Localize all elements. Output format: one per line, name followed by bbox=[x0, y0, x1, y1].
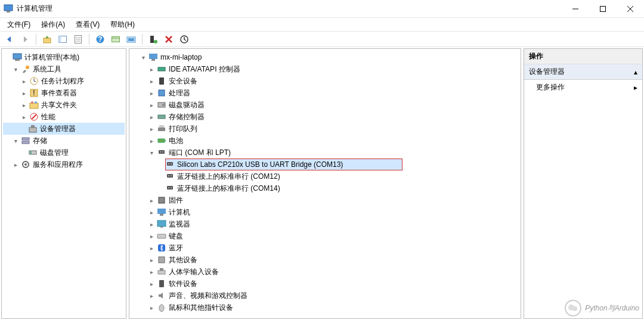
chevron-right-icon[interactable]: ▸ bbox=[147, 279, 156, 288]
tree-device-manager[interactable]: 设备管理器 bbox=[3, 123, 125, 135]
menu-file[interactable]: 文件(F) bbox=[2, 18, 35, 31]
chevron-down-icon[interactable]: ▾ bbox=[139, 53, 147, 61]
chevron-right-icon[interactable]: ▸ bbox=[147, 125, 156, 133]
enable-device-button[interactable] bbox=[146, 33, 160, 46]
chevron-down-icon[interactable]: ▾ bbox=[11, 65, 20, 73]
port-icon bbox=[165, 172, 175, 181]
chevron-right-icon[interactable]: ▸ bbox=[147, 268, 156, 276]
minimize-button[interactable] bbox=[562, 0, 589, 18]
svg-point-63 bbox=[171, 175, 172, 176]
menu-view[interactable]: 查看(V) bbox=[71, 18, 104, 31]
device-root[interactable]: ▾ mx-mi-laptop bbox=[131, 51, 519, 63]
chevron-right-icon[interactable]: ▸ bbox=[147, 303, 156, 312]
svg-rect-19 bbox=[150, 36, 154, 43]
maximize-button[interactable] bbox=[589, 0, 617, 18]
device-ide[interactable]: ▸IDE ATA/ATAPI 控制器 bbox=[131, 63, 519, 75]
tree-services-apps[interactable]: ▸ 服务和应用程序 bbox=[3, 159, 125, 170]
actions-more[interactable]: 更多操作 ▸ bbox=[524, 80, 642, 95]
device-bluetooth[interactable]: ▸蓝牙 bbox=[131, 242, 519, 254]
chevron-right-icon[interactable]: ▸ bbox=[147, 232, 156, 240]
menu-help[interactable]: 帮助(H) bbox=[106, 18, 140, 31]
device-firmware[interactable]: ▸固件 bbox=[131, 194, 519, 206]
tree-root[interactable]: 计算机管理(本地) bbox=[3, 51, 125, 63]
chevron-down-icon[interactable]: ▾ bbox=[11, 136, 20, 145]
svg-rect-44 bbox=[151, 59, 155, 61]
chevron-right-icon[interactable]: ▸ bbox=[147, 196, 156, 204]
device-security[interactable]: ▸安全设备 bbox=[131, 75, 519, 87]
actions-section-label: 设备管理器 bbox=[529, 67, 565, 77]
tree-performance[interactable]: ▸ 性能 bbox=[3, 111, 125, 123]
svg-rect-38 bbox=[22, 141, 29, 144]
chevron-right-icon[interactable]: ▸ bbox=[147, 101, 156, 109]
device-keyboards[interactable]: ▸键盘 bbox=[131, 230, 519, 242]
device-mgr-icon bbox=[28, 124, 38, 133]
actions-pane: 操作 设备管理器 ▴ 更多操作 ▸ bbox=[524, 48, 643, 319]
device-mice[interactable]: ▸鼠标和其他指针设备 bbox=[131, 302, 519, 313]
chevron-right-icon[interactable]: ▸ bbox=[147, 220, 156, 228]
svg-rect-64 bbox=[167, 186, 173, 189]
chevron-right-icon[interactable]: ▸ bbox=[11, 160, 20, 169]
collapse-icon[interactable]: ▴ bbox=[634, 68, 637, 76]
device-ports[interactable]: ▾端口 (COM 和 LPT) bbox=[131, 147, 519, 159]
tree-disk-mgmt[interactable]: 磁盘管理 bbox=[3, 147, 125, 159]
bluetooth-icon bbox=[157, 243, 166, 253]
tree-shared-folders[interactable]: ▸ 共享文件夹 bbox=[3, 99, 125, 111]
device-sound[interactable]: ▸声音、视频和游戏控制器 bbox=[131, 290, 519, 302]
chevron-right-icon[interactable]: ▸ bbox=[147, 65, 156, 73]
view-resources-button[interactable] bbox=[124, 33, 138, 46]
left-pane[interactable]: 计算机管理(本地) ▾ 系统工具 ▸ 任务计划程序 ▸ ! 事件查看器 ▸ 共享… bbox=[1, 48, 126, 319]
uninstall-button[interactable] bbox=[162, 33, 176, 46]
chevron-right-icon[interactable]: ▸ bbox=[147, 136, 156, 145]
chevron-right-icon[interactable]: ▸ bbox=[147, 89, 156, 97]
device-print-queues[interactable]: ▸打印队列 bbox=[131, 123, 519, 135]
device-port-bt14[interactable]: 蓝牙链接上的标准串行 (COM14) bbox=[131, 182, 519, 194]
view-devices-button[interactable] bbox=[109, 33, 123, 46]
device-monitors[interactable]: ▸监视器 bbox=[131, 218, 519, 230]
chevron-right-icon[interactable]: ▸ bbox=[147, 208, 156, 216]
back-button[interactable] bbox=[2, 33, 17, 46]
device-software[interactable]: ▸软件设备 bbox=[131, 278, 519, 290]
show-hide-tree-button[interactable] bbox=[55, 33, 70, 46]
port-icon bbox=[165, 160, 175, 169]
center-pane[interactable]: ▾ mx-mi-laptop ▸IDE ATA/ATAPI 控制器 ▸安全设备 … bbox=[129, 48, 521, 319]
chevron-right-icon[interactable]: ▸ bbox=[20, 89, 28, 97]
device-other[interactable]: ▸其他设备 bbox=[131, 254, 519, 266]
device-port-cp210x[interactable]: Silicon Labs CP210x USB to UART Bridge (… bbox=[165, 159, 402, 170]
chevron-right-icon[interactable]: ▸ bbox=[147, 244, 156, 252]
help-button[interactable]: ? bbox=[93, 33, 107, 46]
firmware-icon bbox=[157, 195, 166, 205]
svg-point-65 bbox=[168, 187, 169, 188]
close-button[interactable] bbox=[617, 0, 644, 18]
tree-storage[interactable]: ▾ 存储 bbox=[3, 135, 125, 147]
tree-sys-tools[interactable]: ▾ 系统工具 bbox=[3, 63, 125, 75]
chevron-right-icon[interactable]: ▸ bbox=[147, 77, 156, 85]
tree-task-scheduler[interactable]: ▸ 任务计划程序 bbox=[3, 75, 125, 87]
storage-icon bbox=[21, 136, 30, 145]
chevron-right-icon[interactable]: ▸ bbox=[20, 101, 28, 109]
chevron-right-icon[interactable]: ▸ bbox=[20, 77, 28, 85]
up-button[interactable] bbox=[40, 33, 54, 46]
device-batteries[interactable]: ▸电池 bbox=[131, 135, 519, 147]
chevron-down-icon[interactable]: ▾ bbox=[147, 148, 156, 157]
actions-section[interactable]: 设备管理器 ▴ bbox=[524, 64, 642, 80]
storage-ctrl-icon bbox=[157, 112, 166, 122]
device-processors[interactable]: ▸处理器 bbox=[131, 87, 519, 99]
properties-button[interactable] bbox=[71, 33, 85, 46]
chevron-right-icon[interactable]: ▸ bbox=[20, 113, 28, 121]
device-computer[interactable]: ▸计算机 bbox=[131, 206, 519, 218]
scan-hardware-button[interactable] bbox=[177, 33, 191, 46]
console-tree: 计算机管理(本地) ▾ 系统工具 ▸ 任务计划程序 ▸ ! 事件查看器 ▸ 共享… bbox=[2, 49, 126, 173]
port-icon bbox=[157, 148, 166, 157]
tree-event-viewer[interactable]: ▸ ! 事件查看器 bbox=[3, 87, 125, 99]
forward-button[interactable] bbox=[18, 33, 32, 46]
menu-action[interactable]: 操作(A) bbox=[36, 18, 70, 31]
device-disk-drives[interactable]: ▸磁盘驱动器 bbox=[131, 99, 519, 111]
svg-rect-35 bbox=[29, 128, 36, 132]
chevron-right-icon[interactable]: ▸ bbox=[147, 256, 156, 264]
device-storage-ctrl[interactable]: ▸存储控制器 bbox=[131, 111, 519, 123]
chevron-right-icon[interactable]: ▸ bbox=[147, 113, 156, 121]
device-hid[interactable]: ▸人体学输入设备 bbox=[131, 266, 519, 278]
chevron-right-icon[interactable]: ▸ bbox=[147, 291, 156, 300]
device-port-bt12[interactable]: 蓝牙链接上的标准串行 (COM12) bbox=[131, 170, 519, 182]
svg-rect-72 bbox=[157, 234, 166, 238]
